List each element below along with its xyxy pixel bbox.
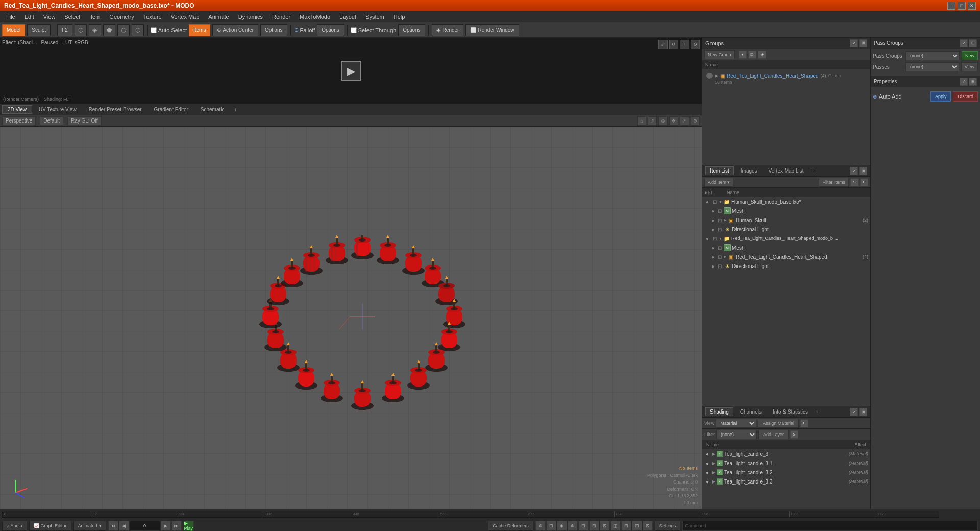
graph-editor-button[interactable]: 📈 Graph Editor [29,521,71,531]
il-f-btn[interactable]: F [860,178,868,186]
item-eye-2[interactable]: ● [709,208,716,214]
ray-gl-toggle[interactable]: Ray GL: Off [67,116,102,125]
model-button[interactable]: Model [2,24,25,36]
select-through-checkbox[interactable] [351,27,357,33]
shading-f-btn[interactable]: F [800,419,808,427]
shading-s-btn[interactable]: S [790,430,798,439]
tab-3d-view[interactable]: 3D View [2,105,32,114]
item-lock-3[interactable]: ⊡ [717,217,723,223]
tab-channels[interactable]: Channels [736,407,766,416]
action-center-button[interactable]: ⊕ Action Center [212,24,258,36]
tool-icon-4[interactable]: ⬠ [117,24,130,36]
sh-eye-4[interactable]: ● [704,478,710,485]
tab-gradient-editor[interactable]: Gradient Editor [149,105,194,114]
tab-render-preset[interactable]: Render Preset Browser [83,105,148,114]
f2-button[interactable]: F2 [57,24,72,36]
list-item[interactable]: ● ⊡ ▶ ▣ Red_Tea_Light_Candles_Heart_Shap… [702,252,870,261]
item-list-expand[interactable]: ⤢ [850,167,858,175]
passes-view-button[interactable]: View [961,62,978,71]
animated-button[interactable]: Animated ▾ [74,521,106,531]
menu-system[interactable]: System [361,13,388,21]
render-button[interactable]: ◉ Render [432,24,464,36]
group-expand-arrow[interactable]: ▶ [715,73,718,78]
shading-item-1[interactable]: ● ▶ ✓ Tea_light_candle_3 (Material) [702,449,870,458]
pass-groups-select[interactable]: (none) [905,51,960,60]
te-btn-7[interactable]: ⊠ [600,521,610,531]
viewport-expand-btn[interactable]: ⤢ [680,116,689,126]
auto-select-checkbox[interactable] [151,27,157,33]
group-eye-icon[interactable] [706,73,713,79]
item-lock-5[interactable]: ⊡ [712,235,718,242]
list-item[interactable]: ● ⊡ M Mesh [702,206,870,215]
tab-item-list[interactable]: Item List [705,166,734,175]
preview-settings-btn[interactable]: ⚙ [691,40,700,49]
sh-check-4[interactable]: ✓ [717,478,723,485]
menu-file[interactable]: File [2,13,19,21]
settings-button[interactable]: Settings [655,521,681,531]
menu-item[interactable]: Item [85,13,104,21]
transport-skip-start[interactable]: ⏮ [108,521,118,531]
item-eye-4[interactable]: ● [709,226,716,232]
add-item-button[interactable]: Add Item ▾ [704,178,733,187]
tab-uv-texture[interactable]: UV Texture View [33,105,82,114]
minimize-button[interactable]: ─ [947,2,955,10]
sh-arrow-4[interactable]: ▶ [712,479,715,484]
menu-maxtomodo[interactable]: MaxToModo [296,13,334,21]
menu-layout[interactable]: Layout [335,13,360,21]
options-2-button[interactable]: Options [317,24,344,36]
item-lock-4[interactable]: ⊡ [717,226,723,232]
add-tab-button[interactable]: + [231,106,240,114]
item-arrow-7[interactable]: ▶ [724,255,726,259]
sh-check-2[interactable]: ✓ [717,460,723,466]
view-select[interactable]: Material [716,419,756,428]
transport-skip-end[interactable]: ⏭ [172,521,182,531]
ruler-track[interactable]: 0 112 224 336 448 560 672 784 896 1008 1… [2,511,939,518]
list-item[interactable]: ● ⊡ M Mesh [702,243,870,252]
item-eye-7[interactable]: ● [709,254,716,260]
item-lock-2[interactable]: ⊡ [717,208,723,214]
options-3-button[interactable]: Options [398,24,425,36]
menu-animate[interactable]: Animate [204,13,233,21]
new-pass-group-button[interactable]: New [962,51,978,60]
te-btn-3[interactable]: ◈ [557,521,567,531]
frame-input[interactable] [130,521,160,531]
menu-texture[interactable]: Texture [139,13,166,21]
menu-geometry[interactable]: Geometry [105,13,138,21]
items-button[interactable]: Items [189,24,210,36]
menu-view[interactable]: View [39,13,60,21]
filter-select[interactable]: (none) [716,430,757,439]
item-eye-5[interactable]: ● [704,235,710,242]
audio-button[interactable]: ♪ Audio [2,521,27,531]
add-layer-button[interactable]: Add Layer [758,430,789,439]
tool-icon-3[interactable]: ⬟ [103,24,115,36]
item-lock-1[interactable]: ⊡ [712,199,718,205]
group-item-1[interactable]: ▶ ▣ Red_Tea_Light_Candles_Heart_Shaped (… [704,71,868,80]
item-lock-6[interactable]: ⊡ [717,245,723,251]
maximize-button[interactable]: □ [958,2,966,10]
assign-material-button[interactable]: Assign Material [758,419,799,428]
list-item[interactable]: ● ⊡ ▶ ▣ Human_Skull (2) [702,215,870,225]
item-eye-1[interactable]: ● [704,199,710,205]
sh-arrow-2[interactable]: ▶ [712,461,715,466]
sh-eye-2[interactable]: ● [704,460,710,466]
groups-expand-btn[interactable]: ⤢ [850,39,858,47]
sh-arrow-3[interactable]: ▶ [712,470,715,475]
groups-lock-btn[interactable]: ⊡ [748,51,756,59]
te-btn-4[interactable]: ⊕ [568,521,578,531]
te-btn-1[interactable]: ⊚ [535,521,546,531]
viewport-settings-btn[interactable]: ⚙ [691,116,700,126]
list-item[interactable]: ● ⊡ ☀ Directional Light [702,261,870,271]
item-arrow-3[interactable]: ▶ [724,218,726,222]
item-list-detach[interactable]: ⊞ [859,167,867,175]
groups-eye-btn[interactable]: ● [739,51,747,59]
perspective-selector[interactable]: Perspective [2,116,36,125]
groups-render-btn[interactable]: ◈ [758,51,766,59]
item-arrow-1[interactable]: ▼ [719,200,722,204]
filter-items-button[interactable]: Filter Items [819,178,849,187]
transport-step-back[interactable]: ◀ [119,521,129,531]
discard-button[interactable]: Discard [953,91,978,102]
sh-arrow-1[interactable]: ▶ [712,452,715,456]
tool-icon-2[interactable]: ◈ [89,24,101,36]
viewport-orbit-btn[interactable]: ↺ [648,116,657,126]
list-item[interactable]: ● ⊡ ▼ 📁 Human_Skull_modo_base.lxo* [702,197,870,206]
